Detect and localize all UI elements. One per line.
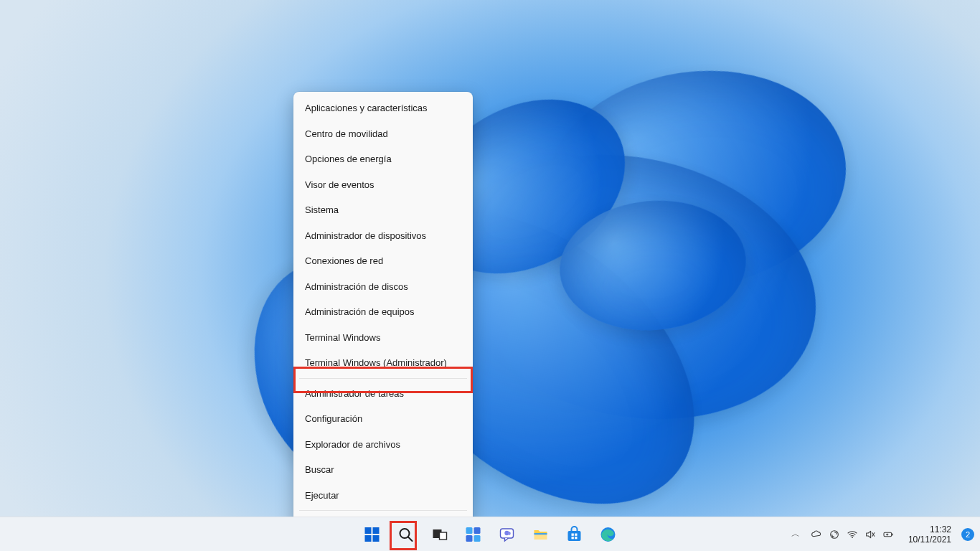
svg-rect-2 [365,535,372,542]
svg-rect-18 [575,533,577,535]
tray-overflow-button[interactable]: ︿ [789,528,802,540]
file-explorer-button[interactable] [527,520,555,549]
windows-logo-icon [364,526,381,543]
notification-count: 2 [966,530,970,539]
ctx-computer-management[interactable]: Administración de equipos [293,299,473,325]
ctx-apps-features[interactable]: Aplicaciones y características [293,95,473,121]
svg-rect-9 [474,527,481,534]
ctx-label: Sistema [305,204,339,215]
ctx-windows-terminal[interactable]: Terminal Windows [293,325,473,351]
svg-rect-3 [373,535,380,542]
ctx-label: Visor de eventos [305,179,374,190]
desktop[interactable]: Aplicaciones y características Centro de… [0,0,980,551]
ctx-label: Administración de equipos [305,306,414,317]
ctx-label: Configuración [305,413,362,424]
ctx-network-connections[interactable]: Conexiones de red [293,248,473,274]
svg-rect-19 [572,537,574,539]
taskbar-clock[interactable]: 11:32 10/11/2021 [903,523,957,546]
svg-rect-16 [568,531,581,541]
ctx-label: Conexiones de red [305,255,383,266]
onedrive-icon[interactable] [811,529,822,540]
ctx-system[interactable]: Sistema [293,197,473,223]
ctx-task-manager[interactable]: Administrador de tareas [293,381,473,407]
ctx-label: Buscar [305,464,334,475]
ctx-label: Administrador de dispositivos [305,230,426,241]
wallpaper-bloom [172,29,832,517]
ctx-event-viewer[interactable]: Visor de eventos [293,172,473,198]
windows-update-icon[interactable] [829,529,840,540]
ctx-label: Ejecutar [305,490,339,501]
battery-icon[interactable] [882,529,894,540]
svg-rect-1 [373,527,380,534]
start-context-menu: Aplicaciones y características Centro de… [293,92,473,551]
microsoft-store-button[interactable] [560,520,589,549]
tray-icons [804,529,901,540]
store-icon [566,526,583,543]
ctx-power-options[interactable]: Opciones de energía [293,146,473,172]
start-button[interactable] [358,520,387,549]
ctx-label: Administración de discos [305,281,408,292]
svg-rect-11 [474,535,481,542]
ctx-label: Terminal Windows [305,332,380,343]
ctx-separator [299,378,467,379]
edge-icon [600,526,617,543]
task-view-icon [431,526,448,543]
ctx-label: Administrador de tareas [305,388,404,399]
svg-rect-7 [440,532,447,540]
system-tray: ︿ 11:32 10/11/2021 2 [789,517,976,551]
svg-rect-8 [466,527,473,534]
widgets-button[interactable] [459,520,488,549]
ctx-run[interactable]: Ejecutar [293,483,473,509]
svg-rect-15 [534,533,547,534]
ctx-label: Explorador de archivos [305,439,400,450]
chat-icon [499,526,516,543]
edge-button[interactable] [594,520,623,549]
ctx-search[interactable]: Buscar [293,457,473,483]
ctx-device-manager[interactable]: Administrador de dispositivos [293,223,473,249]
widgets-icon [465,526,482,543]
ctx-label: Aplicaciones y características [305,103,428,113]
file-explorer-icon [532,526,550,543]
volume-icon[interactable] [864,529,876,540]
chat-button[interactable] [493,520,522,549]
taskbar-center [358,517,623,551]
svg-point-23 [852,537,853,538]
wifi-icon[interactable] [847,529,858,540]
ctx-label: Terminal Windows (Administrador) [305,357,447,368]
svg-rect-10 [466,535,473,542]
ctx-label: Centro de movilidad [305,128,388,139]
clock-time: 11:32 [908,524,951,534]
ctx-settings[interactable]: Configuración [293,406,473,432]
ctx-windows-terminal-admin[interactable]: Terminal Windows (Administrador) [293,350,473,376]
ctx-mobility-center[interactable]: Centro de movilidad [293,121,473,147]
ctx-separator [299,510,467,511]
ctx-disk-management[interactable]: Administración de discos [293,274,473,300]
task-view-button[interactable] [425,520,454,549]
ctx-file-explorer[interactable]: Explorador de archivos [293,432,473,458]
svg-rect-0 [365,527,372,534]
svg-point-13 [504,530,509,534]
notification-badge[interactable]: 2 [961,528,974,541]
svg-rect-17 [572,533,574,535]
search-icon [397,526,415,543]
svg-rect-27 [892,533,892,535]
ctx-label: Opciones de energía [305,154,392,164]
taskbar: ︿ 11:32 10/11/2021 2 [0,517,980,551]
svg-rect-20 [575,537,577,539]
svg-line-5 [408,537,413,541]
search-button[interactable] [392,520,420,549]
clock-date: 10/11/2021 [908,534,951,545]
